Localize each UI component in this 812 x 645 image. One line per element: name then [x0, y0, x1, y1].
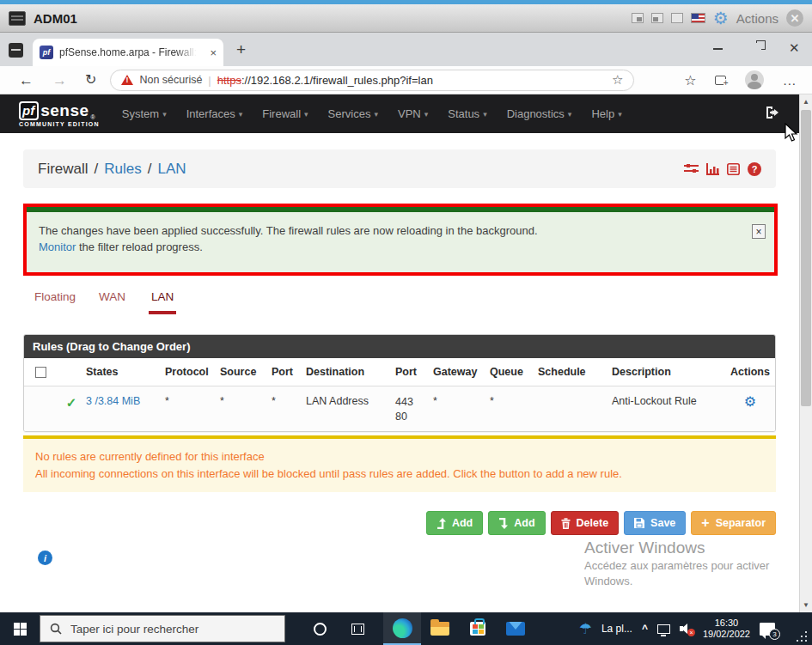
- page-scrollbar[interactable]: ▲ ▼: [799, 94, 812, 612]
- keyboard-layout-flag-icon[interactable]: [691, 13, 705, 23]
- vm-actions-menu[interactable]: Actions: [736, 11, 778, 26]
- not-secure-label: Non sécurisé: [139, 74, 202, 86]
- help-icon[interactable]: ?: [748, 162, 761, 176]
- taskbar-edge[interactable]: [383, 612, 421, 645]
- save-button[interactable]: Save: [624, 511, 686, 535]
- cell-queue: *: [490, 395, 538, 407]
- vm-title: ADM01: [34, 11, 77, 26]
- states-link[interactable]: 3 /3.84 MiB: [86, 395, 140, 407]
- monitor-link[interactable]: Monitor: [39, 240, 76, 253]
- menu-help[interactable]: Help▾: [591, 107, 621, 120]
- select-all-checkbox[interactable]: [35, 367, 46, 378]
- chevron-down-icon: ▾: [304, 110, 308, 119]
- chevron-down-icon: ▾: [239, 110, 243, 119]
- file-explorer-icon: [430, 622, 449, 636]
- taskbar-explorer[interactable]: [421, 612, 459, 645]
- rules-panel: Rules (Drag to Change Order) States Prot…: [23, 334, 776, 432]
- system-tray: ☂ La pl... ^ × 16:30 19/02/2022 3: [579, 612, 812, 645]
- refresh-button[interactable]: ↻: [85, 73, 96, 87]
- menu-services[interactable]: Services▾: [328, 107, 378, 120]
- window-minimize-button[interactable]: [713, 48, 723, 50]
- mouse-cursor: [785, 123, 802, 143]
- chevron-down-icon: ▾: [568, 110, 572, 119]
- tray-app-label[interactable]: La pl...: [601, 623, 632, 635]
- add-favorite-star-icon[interactable]: ☆: [612, 72, 623, 88]
- scroll-down-icon[interactable]: ▼: [800, 601, 812, 609]
- notification-count-badge: 3: [769, 629, 780, 640]
- resize-grip[interactable]: [797, 612, 809, 645]
- pfsense-logo[interactable]: pf sense ® COMMUNITY EDITION: [19, 101, 100, 127]
- volume-muted-icon[interactable]: ×: [680, 623, 693, 635]
- rule-settings-gear-icon[interactable]: ⚙: [744, 394, 756, 409]
- add-rule-bottom-button[interactable]: Add: [488, 511, 545, 535]
- menu-firewall[interactable]: Firewall▾: [262, 107, 308, 120]
- browser-tabstrip: pf pfSense.home.arpa - Firewall: Ru × + …: [0, 33, 812, 66]
- cell-description: Anti-Lockout Rule: [612, 395, 725, 407]
- scroll-up-icon[interactable]: ▲: [800, 98, 812, 106]
- log-icon[interactable]: [727, 163, 740, 175]
- cell-protocol: *: [165, 395, 220, 407]
- cell-dest-port: 443 80: [395, 395, 433, 424]
- collections-icon[interactable]: [715, 76, 726, 85]
- chevron-down-icon: ▾: [162, 110, 167, 119]
- tab-actions-icon[interactable]: [9, 43, 23, 58]
- delete-button[interactable]: Delete: [551, 511, 620, 535]
- tab-close-icon[interactable]: ×: [210, 46, 217, 59]
- trash-icon: [561, 518, 571, 529]
- chevron-down-icon: ▾: [424, 110, 429, 119]
- window-close-button[interactable]: ✕: [789, 40, 800, 56]
- tab-floating[interactable]: Floating: [34, 290, 76, 314]
- weather-umbrella-icon[interactable]: ☂: [579, 622, 592, 636]
- tab-lan[interactable]: LAN: [149, 290, 176, 314]
- new-tab-button[interactable]: +: [236, 41, 246, 58]
- vm-layout-button-2[interactable]: [651, 13, 663, 23]
- col-destination: Destination: [306, 366, 395, 378]
- favorites-icon[interactable]: ☆: [684, 72, 696, 88]
- vm-layout-button-1[interactable]: [632, 13, 644, 23]
- table-row[interactable]: ✓ 3 /3.84 MiB * * * LAN Address 443 80 *…: [24, 386, 775, 431]
- menu-interfaces[interactable]: Interfaces▾: [186, 107, 243, 120]
- separator-button[interactable]: + Separator: [691, 511, 776, 535]
- scrollbar-thumb[interactable]: [801, 110, 811, 406]
- info-icon[interactable]: i: [38, 551, 52, 565]
- breadcrumb-lan-link[interactable]: LAN: [158, 161, 186, 178]
- task-view-button[interactable]: [339, 612, 376, 645]
- forward-button: →: [52, 73, 67, 88]
- taskbar-store[interactable]: [459, 612, 497, 645]
- col-schedule: Schedule: [538, 366, 612, 378]
- taskbar-mail[interactable]: [497, 612, 534, 645]
- hidden-icons-chevron[interactable]: ^: [642, 623, 648, 635]
- chart-icon[interactable]: [706, 163, 719, 175]
- notification-center-icon[interactable]: 3: [760, 623, 775, 636]
- back-button[interactable]: ←: [19, 73, 34, 88]
- vm-layout-button-3[interactable]: [671, 13, 683, 23]
- window-restore-button[interactable]: [754, 43, 761, 51]
- alert-close-icon[interactable]: ×: [752, 224, 766, 239]
- col-dest-port: Port: [395, 366, 433, 378]
- logout-icon[interactable]: [766, 106, 780, 123]
- cortana-button[interactable]: [301, 612, 339, 645]
- browser-tab[interactable]: pf pfSense.home.arpa - Firewall: Ru ×: [33, 39, 223, 66]
- profile-avatar[interactable]: [745, 70, 764, 89]
- menu-diagnostics[interactable]: Diagnostics▾: [507, 107, 572, 120]
- vm-close-button[interactable]: ✕: [786, 9, 803, 27]
- vm-settings-gear-icon[interactable]: ⚙: [713, 9, 729, 27]
- tab-wan[interactable]: WAN: [99, 290, 125, 314]
- filter-sliders-icon[interactable]: [684, 163, 699, 175]
- chevron-down-icon: ▾: [483, 110, 487, 119]
- network-icon[interactable]: [657, 624, 670, 634]
- taskbar-search[interactable]: [40, 615, 285, 642]
- menu-vpn[interactable]: VPN▾: [398, 107, 428, 120]
- menu-status[interactable]: Status▾: [448, 107, 486, 120]
- col-port: Port: [272, 366, 306, 378]
- breadcrumb-rules-link[interactable]: Rules: [104, 161, 141, 178]
- address-bar[interactable]: Non sécurisé | https://192.168.2.1/firew…: [110, 70, 634, 91]
- menu-system[interactable]: System▾: [122, 107, 167, 120]
- browser-menu-icon[interactable]: ...: [783, 73, 797, 88]
- windows-logo-icon: [14, 623, 27, 636]
- pfsense-favicon: pf: [40, 46, 53, 59]
- taskbar-clock[interactable]: 16:30 19/02/2022: [703, 618, 750, 640]
- add-rule-top-button[interactable]: Add: [426, 511, 483, 535]
- search-input[interactable]: [70, 623, 259, 636]
- start-button[interactable]: [0, 612, 40, 645]
